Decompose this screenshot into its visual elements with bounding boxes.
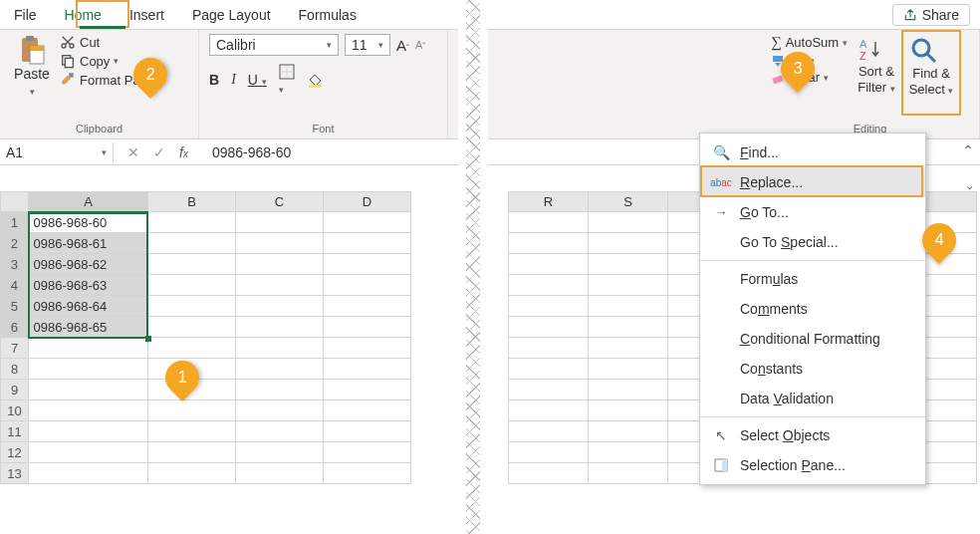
cell[interactable] xyxy=(236,212,324,233)
cell[interactable] xyxy=(324,254,411,275)
menu-goto-special[interactable]: Go To Special... xyxy=(700,227,925,257)
cell[interactable] xyxy=(589,212,668,233)
row-header[interactable]: 11 xyxy=(1,421,29,442)
row-header[interactable]: 3 xyxy=(1,254,29,275)
selection-handle[interactable] xyxy=(145,336,151,342)
cell[interactable] xyxy=(509,421,589,442)
menu-conditional-formatting[interactable]: Conditional Formatting xyxy=(700,324,925,354)
tab-home[interactable]: Home xyxy=(51,2,116,28)
underline-button[interactable]: U ▾ xyxy=(248,72,267,88)
row-header[interactable]: 7 xyxy=(1,338,29,359)
cell[interactable] xyxy=(29,359,148,380)
fx-icon[interactable]: fx xyxy=(179,144,188,160)
cell[interactable] xyxy=(324,296,411,317)
cell[interactable] xyxy=(509,463,589,484)
autosum-button[interactable]: ∑ AutoSum ▾ xyxy=(771,34,848,51)
cell[interactable] xyxy=(148,317,236,338)
menu-formulas[interactable]: Formulas xyxy=(700,264,925,294)
menu-select-objects[interactable]: ↖ Select Objects xyxy=(700,420,925,450)
cell[interactable] xyxy=(509,254,589,275)
cell[interactable] xyxy=(324,212,411,233)
cell[interactable] xyxy=(589,233,668,254)
cell[interactable] xyxy=(236,380,324,400)
cell[interactable] xyxy=(324,421,411,442)
enter-formula-icon[interactable]: ✓ xyxy=(153,144,165,160)
select-all-corner[interactable] xyxy=(1,192,29,212)
tab-formulas[interactable]: Formulas xyxy=(285,2,370,28)
cell[interactable] xyxy=(148,254,236,275)
cell[interactable] xyxy=(324,463,411,484)
col-header-s[interactable]: S xyxy=(589,192,668,212)
cell[interactable] xyxy=(324,233,411,254)
cell[interactable] xyxy=(236,463,324,484)
menu-find[interactable]: 🔍 Find... xyxy=(700,137,925,167)
cancel-formula-icon[interactable]: ✕ xyxy=(127,144,139,160)
cell[interactable]: 0986-968-61 xyxy=(29,233,148,254)
cell[interactable]: 0986-968-65 xyxy=(29,317,148,338)
cell[interactable] xyxy=(509,212,589,233)
cell[interactable] xyxy=(589,275,668,296)
row-header[interactable]: 13 xyxy=(1,463,29,484)
cell[interactable] xyxy=(236,254,324,275)
tab-insert[interactable]: Insert xyxy=(116,2,178,28)
col-header-b[interactable]: B xyxy=(148,192,236,212)
row-header[interactable]: 1 xyxy=(1,212,29,233)
menu-goto[interactable]: → Go To... xyxy=(700,197,925,227)
formula-value[interactable]: 0986-968-60 xyxy=(202,144,301,160)
cell[interactable] xyxy=(509,233,589,254)
row-header[interactable]: 4 xyxy=(1,275,29,296)
cell[interactable] xyxy=(236,317,324,338)
cell[interactable] xyxy=(148,296,236,317)
cell[interactable] xyxy=(324,359,411,380)
font-name-selector[interactable]: Calibri ▾ xyxy=(209,34,339,56)
cell[interactable] xyxy=(509,380,589,400)
cell[interactable] xyxy=(589,421,668,442)
cell[interactable] xyxy=(324,400,411,421)
row-header[interactable]: 12 xyxy=(1,442,29,463)
tab-page-layout[interactable]: Page Layout xyxy=(178,2,285,28)
cell[interactable] xyxy=(148,212,236,233)
cell[interactable] xyxy=(29,338,148,359)
cell[interactable] xyxy=(509,338,589,359)
collapse-ribbon-icon[interactable]: ⌃ xyxy=(962,142,974,158)
row-header[interactable]: 5 xyxy=(1,296,29,317)
cell[interactable] xyxy=(324,442,411,463)
find-select-button[interactable]: Find & Select ▾ xyxy=(905,34,958,99)
cell[interactable] xyxy=(589,442,668,463)
cell[interactable] xyxy=(236,296,324,317)
cell[interactable] xyxy=(148,442,236,463)
row-header[interactable]: 9 xyxy=(1,380,29,400)
cell[interactable] xyxy=(589,296,668,317)
cell[interactable]: 0986-968-64 xyxy=(29,296,148,317)
bold-button[interactable]: B xyxy=(209,72,219,88)
cell[interactable] xyxy=(236,421,324,442)
cell[interactable] xyxy=(509,359,589,380)
cell[interactable] xyxy=(236,442,324,463)
increase-font-button[interactable]: Aˆ xyxy=(396,37,409,54)
cell[interactable] xyxy=(29,421,148,442)
cell[interactable]: 0986-968-63 xyxy=(29,275,148,296)
cell[interactable] xyxy=(589,317,668,338)
share-button[interactable]: Share xyxy=(892,4,970,26)
tab-file[interactable]: File xyxy=(0,2,51,28)
cell[interactable] xyxy=(148,463,236,484)
cell[interactable] xyxy=(509,442,589,463)
decrease-font-button[interactable]: Aˇ xyxy=(415,39,425,51)
menu-constants[interactable]: Constants xyxy=(700,354,925,384)
cell[interactable] xyxy=(29,380,148,400)
cell[interactable] xyxy=(589,338,668,359)
row-header[interactable]: 10 xyxy=(1,400,29,421)
cell[interactable] xyxy=(236,233,324,254)
menu-comments[interactable]: Comments xyxy=(700,294,925,324)
cell[interactable] xyxy=(236,400,324,421)
italic-button[interactable]: I xyxy=(231,72,236,88)
font-size-selector[interactable]: 11 ▾ xyxy=(345,34,390,56)
cell[interactable] xyxy=(324,338,411,359)
col-header-a[interactable]: A xyxy=(29,192,148,212)
cell[interactable] xyxy=(589,254,668,275)
name-box[interactable]: A1 ▾ xyxy=(0,142,114,162)
cell[interactable] xyxy=(509,400,589,421)
row-header[interactable]: 8 xyxy=(1,359,29,380)
row-header[interactable]: 6 xyxy=(1,317,29,338)
cell[interactable] xyxy=(29,400,148,421)
